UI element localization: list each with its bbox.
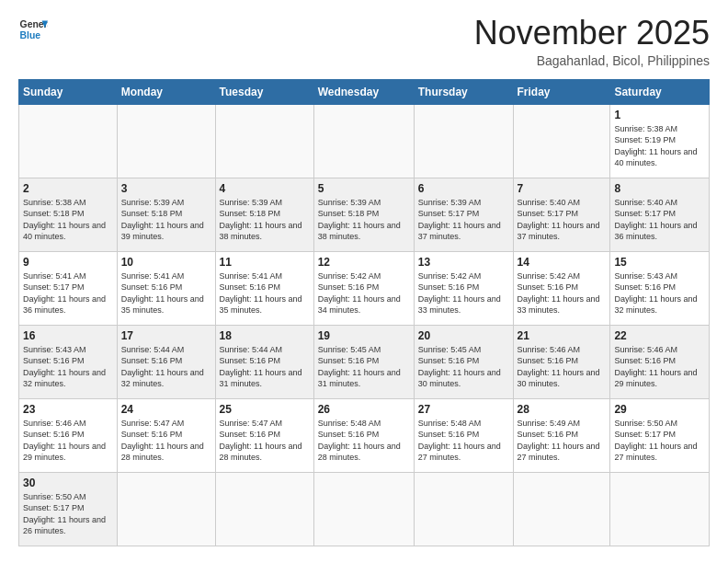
calendar-cell: 25Sunrise: 5:47 AM Sunset: 5:16 PM Dayli… [215,398,313,472]
calendar-cell: 8Sunrise: 5:40 AM Sunset: 5:17 PM Daylig… [610,178,710,251]
day-number: 23 [23,403,113,416]
calendar-table: SundayMondayTuesdayWednesdayThursdayFrid… [18,79,710,546]
weekday-header-saturday: Saturday [610,79,710,104]
calendar-cell: 2Sunrise: 5:38 AM Sunset: 5:18 PM Daylig… [19,178,118,251]
weekday-header-sunday: Sunday [19,79,118,104]
calendar-cell [313,104,414,178]
day-number: 29 [614,403,705,416]
day-info: Sunrise: 5:39 AM Sunset: 5:18 PM Dayligh… [121,197,211,243]
calendar-cell: 21Sunrise: 5:46 AM Sunset: 5:16 PM Dayli… [513,325,610,398]
day-info: Sunrise: 5:48 AM Sunset: 5:16 PM Dayligh… [318,418,410,464]
day-info: Sunrise: 5:41 AM Sunset: 5:17 PM Dayligh… [23,270,113,316]
calendar-week-row: 30Sunrise: 5:50 AM Sunset: 5:17 PM Dayli… [19,472,710,546]
day-info: Sunrise: 5:47 AM Sunset: 5:16 PM Dayligh… [121,418,211,464]
calendar-cell: 26Sunrise: 5:48 AM Sunset: 5:16 PM Dayli… [313,398,414,472]
day-info: Sunrise: 5:40 AM Sunset: 5:17 PM Dayligh… [518,197,607,243]
calendar-cell: 17Sunrise: 5:44 AM Sunset: 5:16 PM Dayli… [117,325,215,398]
day-info: Sunrise: 5:42 AM Sunset: 5:16 PM Dayligh… [518,270,607,316]
calendar-cell: 10Sunrise: 5:41 AM Sunset: 5:16 PM Dayli… [117,251,215,325]
calendar-cell: 1Sunrise: 5:38 AM Sunset: 5:19 PM Daylig… [610,104,710,178]
day-number: 28 [518,403,607,416]
weekday-header-monday: Monday [117,79,215,104]
day-info: Sunrise: 5:39 AM Sunset: 5:18 PM Dayligh… [318,197,410,243]
day-info: Sunrise: 5:38 AM Sunset: 5:18 PM Dayligh… [23,197,113,243]
calendar-cell [513,104,610,178]
calendar-cell [215,104,313,178]
header-area: General Blue November 2025 Bagahanlad, B… [18,15,710,68]
day-number: 15 [614,256,705,269]
calendar-cell: 6Sunrise: 5:39 AM Sunset: 5:17 PM Daylig… [414,178,513,251]
day-number: 19 [318,329,410,342]
calendar-cell: 28Sunrise: 5:49 AM Sunset: 5:16 PM Dayli… [513,398,610,472]
calendar-week-row: 9Sunrise: 5:41 AM Sunset: 5:17 PM Daylig… [19,251,710,325]
calendar-cell: 15Sunrise: 5:43 AM Sunset: 5:16 PM Dayli… [610,251,710,325]
calendar-cell: 22Sunrise: 5:46 AM Sunset: 5:16 PM Dayli… [610,325,710,398]
day-info: Sunrise: 5:39 AM Sunset: 5:18 PM Dayligh… [220,197,310,243]
day-number: 9 [23,256,113,269]
day-number: 12 [318,256,410,269]
logo: General Blue [18,15,48,44]
calendar-cell: 9Sunrise: 5:41 AM Sunset: 5:17 PM Daylig… [19,251,118,325]
weekday-header-wednesday: Wednesday [313,79,414,104]
day-number: 17 [121,329,211,342]
day-info: Sunrise: 5:45 AM Sunset: 5:16 PM Dayligh… [318,344,410,390]
calendar-cell [610,472,710,546]
day-number: 20 [418,329,509,342]
calendar-cell: 30Sunrise: 5:50 AM Sunset: 5:17 PM Dayli… [19,472,118,546]
calendar-cell: 29Sunrise: 5:50 AM Sunset: 5:17 PM Dayli… [610,398,710,472]
day-info: Sunrise: 5:50 AM Sunset: 5:17 PM Dayligh… [614,418,705,464]
calendar-cell: 20Sunrise: 5:45 AM Sunset: 5:16 PM Dayli… [414,325,513,398]
day-number: 10 [121,256,211,269]
day-info: Sunrise: 5:48 AM Sunset: 5:16 PM Dayligh… [418,418,509,464]
weekday-header-row: SundayMondayTuesdayWednesdayThursdayFrid… [19,79,710,104]
day-info: Sunrise: 5:44 AM Sunset: 5:16 PM Dayligh… [121,344,211,390]
calendar-cell: 7Sunrise: 5:40 AM Sunset: 5:17 PM Daylig… [513,178,610,251]
location-subtitle: Bagahanlad, Bicol, Philippines [474,53,710,68]
day-number: 13 [418,256,509,269]
calendar-cell: 13Sunrise: 5:42 AM Sunset: 5:16 PM Dayli… [414,251,513,325]
calendar-cell: 12Sunrise: 5:42 AM Sunset: 5:16 PM Dayli… [313,251,414,325]
calendar-cell [313,472,414,546]
calendar-cell [513,472,610,546]
calendar-cell [414,104,513,178]
day-number: 21 [518,329,607,342]
calendar-cell: 18Sunrise: 5:44 AM Sunset: 5:16 PM Dayli… [215,325,313,398]
calendar-cell [215,472,313,546]
day-info: Sunrise: 5:41 AM Sunset: 5:16 PM Dayligh… [121,270,211,316]
day-number: 6 [418,182,509,195]
day-number: 16 [23,329,113,342]
calendar-cell: 3Sunrise: 5:39 AM Sunset: 5:18 PM Daylig… [117,178,215,251]
day-info: Sunrise: 5:39 AM Sunset: 5:17 PM Dayligh… [418,197,509,243]
day-number: 11 [220,256,310,269]
calendar-cell: 16Sunrise: 5:43 AM Sunset: 5:16 PM Dayli… [19,325,118,398]
day-number: 2 [23,182,113,195]
calendar-cell: 24Sunrise: 5:47 AM Sunset: 5:16 PM Dayli… [117,398,215,472]
calendar-cell [19,104,118,178]
day-number: 24 [121,403,211,416]
calendar-cell [117,104,215,178]
generalblue-logo-icon: General Blue [18,15,48,44]
day-number: 5 [318,182,410,195]
day-info: Sunrise: 5:43 AM Sunset: 5:16 PM Dayligh… [614,270,705,316]
calendar-week-row: 23Sunrise: 5:46 AM Sunset: 5:16 PM Dayli… [19,398,710,472]
calendar-cell: 5Sunrise: 5:39 AM Sunset: 5:18 PM Daylig… [313,178,414,251]
day-info: Sunrise: 5:44 AM Sunset: 5:16 PM Dayligh… [220,344,310,390]
day-info: Sunrise: 5:45 AM Sunset: 5:16 PM Dayligh… [418,344,509,390]
calendar-cell [414,472,513,546]
calendar-week-row: 2Sunrise: 5:38 AM Sunset: 5:18 PM Daylig… [19,178,710,251]
day-info: Sunrise: 5:50 AM Sunset: 5:17 PM Dayligh… [23,491,113,537]
day-info: Sunrise: 5:40 AM Sunset: 5:17 PM Dayligh… [614,197,705,243]
calendar-cell: 11Sunrise: 5:41 AM Sunset: 5:16 PM Dayli… [215,251,313,325]
calendar-week-row: 16Sunrise: 5:43 AM Sunset: 5:16 PM Dayli… [19,325,710,398]
calendar-week-row: 1Sunrise: 5:38 AM Sunset: 5:19 PM Daylig… [19,104,710,178]
day-info: Sunrise: 5:46 AM Sunset: 5:16 PM Dayligh… [518,344,607,390]
day-info: Sunrise: 5:38 AM Sunset: 5:19 PM Dayligh… [614,123,705,169]
weekday-header-friday: Friday [513,79,610,104]
calendar-cell: 23Sunrise: 5:46 AM Sunset: 5:16 PM Dayli… [19,398,118,472]
day-number: 26 [318,403,410,416]
day-number: 22 [614,329,705,342]
day-info: Sunrise: 5:42 AM Sunset: 5:16 PM Dayligh… [318,270,410,316]
day-info: Sunrise: 5:41 AM Sunset: 5:16 PM Dayligh… [220,270,310,316]
title-area: November 2025 Bagahanlad, Bicol, Philipp… [474,15,710,68]
svg-text:Blue: Blue [20,30,41,40]
